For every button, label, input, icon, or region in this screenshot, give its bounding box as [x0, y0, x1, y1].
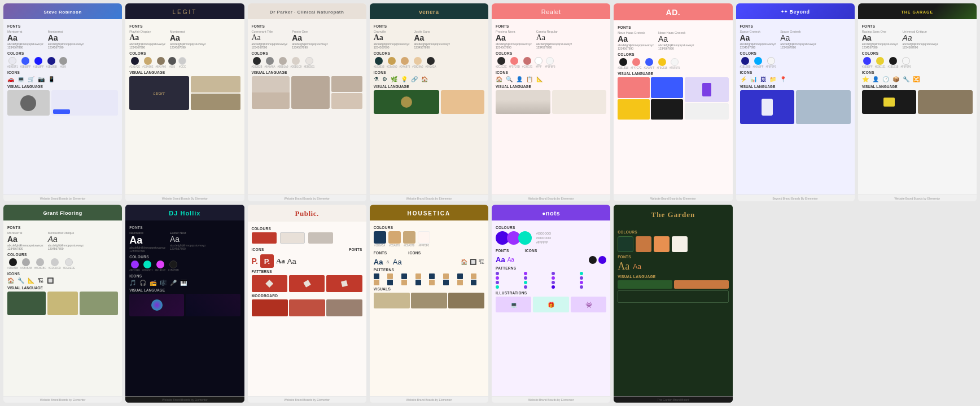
footer-housetica: Website Brand Boards by Elementor — [370, 396, 488, 403]
brand-name-djhollix: DJ Hollix — [169, 210, 200, 217]
footer-garage: Website Brand Boards by Elementor — [858, 195, 977, 201]
card-body-housetica: COLOURS #1D3A5A #D5A870 #C9A879 #FFF5F0 … — [370, 220, 488, 396]
card-header-nots: ● nots — [492, 205, 610, 220]
brand-name-beyond: Beyond — [790, 9, 810, 15]
card-header-steve: Steve Robinson — [3, 3, 122, 19]
card-public: Public. COLOURS ICONS FONTS P. P. Aa Aa … — [248, 205, 366, 403]
card-grant-flooring: Grant Flooring Fonts Montserrat Aa abcde… — [3, 205, 122, 403]
card-header-garage: THE GARAGE — [858, 3, 977, 19]
icons-label-steve: Icons — [7, 70, 118, 74]
card-body-grant: Fonts Montserrat Aa abcdefghijklmnopqrst… — [3, 220, 122, 396]
card-body-public: COLOURS ICONS FONTS P. P. Aa Aa PATTERNS — [248, 222, 366, 396]
card-ad: AD. Fonts Neue Haas Grotesk Aa abcdefghi… — [614, 3, 732, 201]
card-header-realet: Realet — [492, 3, 610, 19]
brand-board-grid: Steve Robinson Fonts Montserrat Aa abcde… — [0, 0, 980, 406]
card-realet: Realet Fonts Proxima Nova Aa abcdefghijk… — [492, 3, 610, 201]
brand-name-steve: Steve Robinson — [43, 10, 81, 15]
card-drparker: Dr Parker · Clinical Naturopath Fonts Co… — [248, 3, 366, 201]
footer-venera: Website Brand Boards by Elementor — [370, 195, 488, 201]
footer-steve: Website Brand Boards by Elementor — [3, 195, 122, 201]
card-header-public: Public. — [248, 205, 366, 222]
card-header-beyond: ✦✦ Beyond — [736, 3, 855, 19]
card-legit: LEGIT Fonts Playfair Display Aa abcdefgh… — [125, 3, 244, 201]
card-body-nots: COLOURS #OOOOOO#OOOOOO#FFFFFF FONTS ICON… — [492, 220, 610, 396]
brand-name-realet: Realet — [541, 8, 561, 15]
card-venera: venera Fonts Granville Aa abcdefghijklmn… — [370, 3, 488, 201]
card-body-beyond: Fonts Space Grotesk Aa abcdefghijklmnopq… — [736, 19, 855, 195]
card-the-garden: The Garden COLOURS FONTS Aa Aa VISUAL LA… — [614, 205, 732, 403]
footer-realet: Website Brand Boards by Elementor — [492, 195, 610, 201]
card-garage: THE GARAGE Fonts Racing Sans One Aa abcd… — [858, 3, 977, 201]
colors-label-steve: Colors — [7, 51, 118, 55]
card-dj-hollix: DJ Hollix Fonts Neomatric Aa abcdefghijk… — [125, 205, 244, 403]
card-header-garden: The Garden — [614, 205, 732, 225]
card-body-realet: Fonts Proxima Nova Aa abcdefghijklmnopqr… — [492, 19, 610, 195]
footer-drparker: Website Brand Boards by Elementor — [248, 195, 366, 201]
footer-garden: The Garden Brand Board — [614, 396, 732, 403]
footer-grant: Website Brand Boards by Elementor — [3, 396, 122, 403]
card-body-garage: Fonts Racing Sans One Aa abcdefghijklmno… — [858, 19, 977, 195]
footer-beyond: Beyond Brand Boards By Elementor — [736, 195, 855, 201]
brand-name-ad: AD. — [666, 8, 681, 17]
card-body-legit: Fonts Playfair Display Aa abcdefghijklmn… — [125, 19, 244, 195]
card-body-garden: COLOURS FONTS Aa Aa VISUAL LANGUAGE — [614, 225, 732, 396]
card-header-djhollix: DJ Hollix — [125, 205, 244, 220]
card-beyond: ✦✦ Beyond Fonts Space Grotesk Aa abcdefg… — [736, 3, 855, 201]
card-body-drparker: Fonts Cormorant Title Aa abcdefghijklmno… — [248, 19, 366, 195]
brand-name-public: Public. — [295, 209, 319, 218]
card-body-steve: Fonts Montserrat Aa abcdefghijklmnopqrst… — [3, 19, 122, 195]
footer-nots: Website Brand Boards by Elementor — [492, 396, 610, 403]
card-nots: ● nots COLOURS #OOOOOO#OOOOOO#FFFFFF FON… — [492, 205, 610, 403]
footer-legit: Website Brand Boards By Elementor — [125, 195, 244, 201]
brand-name-grant: Grant Flooring — [43, 210, 82, 216]
card-body-venera: Fonts Granville Aa abcdefghijklmnopqrstu… — [370, 19, 488, 195]
card-body-djhollix: Fonts Neomatric Aa abcdefghijklmnopqrstu… — [125, 220, 244, 396]
card-header-drparker: Dr Parker · Clinical Naturopath — [248, 3, 366, 19]
card-steve-robinson: Steve Robinson Fonts Montserrat Aa abcde… — [3, 3, 122, 201]
brand-name-garden: The Garden — [651, 210, 695, 219]
card-header-ad: AD. — [614, 3, 732, 20]
footer-public: Website Brand Boards by Elementor — [248, 396, 366, 403]
fonts-label-steve: Fonts — [7, 24, 118, 28]
brand-name-venera: venera — [419, 9, 439, 15]
card-header-legit: LEGIT — [125, 3, 244, 19]
brand-name-housetica: HOUSETICA — [407, 210, 450, 217]
brand-name-legit: LEGIT — [172, 9, 197, 15]
card-header-housetica: HOUSETICA — [370, 205, 488, 220]
card-header-grant: Grant Flooring — [3, 205, 122, 220]
footer-djhollix: Website Brand Boards by Elementor — [125, 396, 244, 403]
brand-name-nots: nots — [546, 210, 560, 217]
card-housetica: HOUSETICA COLOURS #1D3A5A #D5A870 #C9A87… — [370, 205, 488, 403]
card-body-ad: Fonts Neue Haas Grotesk Aa abcdefghijklm… — [614, 20, 732, 195]
brand-name-drparker: Dr Parker · Clinical Naturopath — [270, 10, 344, 15]
card-header-venera: venera — [370, 3, 488, 19]
footer-ad: Website Brand Boards by Elementor — [614, 195, 732, 201]
